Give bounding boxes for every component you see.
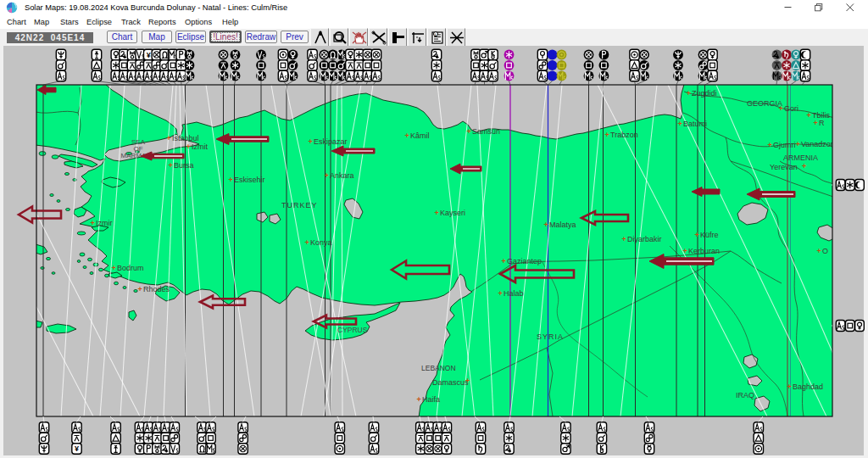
svg-text:+: +	[309, 137, 313, 146]
svg-text:+: +	[796, 140, 800, 148]
svg-text:Gaziantep: Gaziantep	[507, 257, 542, 265]
svg-text:TURKEY: TURKEY	[281, 201, 318, 209]
svg-text:+: +	[138, 285, 142, 293]
svg-text:Izmit: Izmit	[192, 142, 208, 151]
svg-text:+: +	[817, 247, 821, 255]
svg-text:+: +	[91, 219, 95, 227]
svg-text:LEBANON: LEBANON	[421, 364, 456, 372]
svg-text:O: O	[822, 247, 828, 255]
svg-text:+: +	[167, 134, 171, 142]
svg-text:Rhodes: Rhodes	[143, 285, 170, 293]
svg-text:+: +	[695, 231, 699, 239]
svg-text:+: +	[502, 257, 506, 265]
svg-text:+: +	[229, 176, 233, 184]
svg-text:+: +	[325, 171, 329, 180]
svg-text:Malatya: Malatya	[549, 221, 576, 229]
svg-text:Ankara: Ankara	[330, 171, 354, 180]
svg-text:Zugdidi: Zugdidi	[692, 89, 717, 98]
svg-text:ARMENIA: ARMENIA	[783, 154, 818, 162]
svg-text:Kerburan: Kerburan	[688, 247, 720, 255]
svg-text:Yerevan: Yerevan	[770, 163, 798, 171]
svg-text:+: +	[467, 127, 471, 136]
svg-text:Küfre: Küfre	[700, 231, 719, 239]
svg-text:Eskisehir: Eskisehir	[234, 176, 265, 184]
svg-text:+: +	[405, 131, 409, 140]
svg-text:+: +	[807, 111, 811, 120]
svg-text:Kâmil: Kâmil	[410, 131, 430, 140]
svg-text:¥: ¥	[147, 51, 151, 59]
svg-text:+: +	[544, 221, 548, 229]
svg-text:+: +	[768, 141, 772, 149]
svg-text:+: +	[687, 89, 691, 98]
svg-text:Eskipazar: Eskipazar	[314, 137, 348, 146]
svg-text:Gori: Gori	[784, 104, 798, 113]
svg-text:+: +	[787, 383, 792, 391]
svg-text:+: +	[417, 395, 421, 404]
svg-text:Istanbul: Istanbul	[172, 134, 199, 142]
svg-text:R: R	[819, 119, 825, 127]
svg-text:¥: ¥	[75, 444, 79, 453]
svg-text:+: +	[622, 235, 626, 243]
svg-text:Gjumri: Gjumri	[773, 141, 796, 149]
svg-text:Izmir: Izmir	[96, 219, 113, 227]
svg-text:IRAQ: IRAQ	[736, 391, 754, 399]
svg-text:Diyarbakir: Diyarbakir	[627, 235, 662, 243]
svg-text:Bursa: Bursa	[174, 161, 194, 170]
svg-text:+: +	[605, 131, 609, 139]
svg-text:+: +	[802, 162, 806, 170]
svg-text:Baghdad: Baghdad	[793, 383, 823, 391]
svg-text:+: +	[814, 119, 818, 127]
svg-text:+: +	[305, 238, 309, 247]
svg-text:+: +	[112, 264, 116, 272]
svg-text:+: +	[498, 289, 503, 298]
svg-text:Trabzon: Trabzon	[610, 131, 638, 139]
svg-text:Bodrum: Bodrum	[117, 264, 144, 272]
svg-text:+: +	[169, 161, 173, 170]
svg-text:+: +	[186, 142, 191, 151]
svg-text:GEORGIA: GEORGIA	[747, 99, 782, 108]
svg-text:+: +	[465, 377, 470, 385]
svg-text:+: +	[678, 120, 682, 128]
svg-text:+: +	[435, 209, 439, 217]
svg-text:CYPRUS: CYPRUS	[337, 326, 368, 334]
svg-text:Kayseri: Kayseri	[440, 209, 465, 217]
svg-text:SYRIA: SYRIA	[537, 332, 564, 341]
svg-text:+: +	[683, 247, 687, 255]
svg-text:Vanadzor: Vanadzor	[801, 140, 833, 148]
svg-text:Damascus: Damascus	[432, 378, 469, 387]
svg-text:Batumi: Batumi	[683, 120, 707, 128]
svg-text:Haifa: Haifa	[422, 395, 440, 404]
svg-text:Samsun: Samsun	[472, 127, 500, 136]
svg-text:Konya: Konya	[310, 238, 332, 247]
svg-text:Halab: Halab	[504, 289, 524, 298]
